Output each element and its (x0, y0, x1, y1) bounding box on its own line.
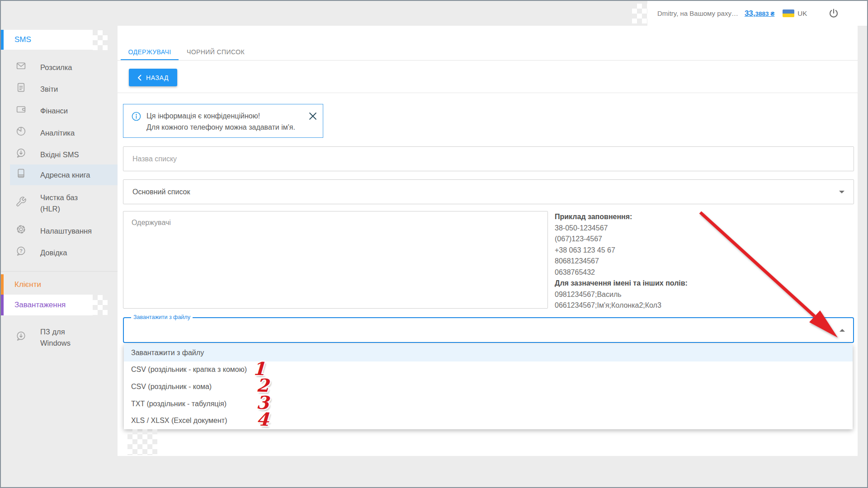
download-icon (15, 330, 27, 345)
tab-chornyi-spysok[interactable]: ЧОРНИЙ СПИСОК (184, 44, 247, 60)
annotation-1: 1 (252, 359, 265, 378)
main-content: ОДЕРЖУВАЧІ ЧОРНИЙ СПИСОК НАЗАД Ця інформ… (118, 26, 858, 456)
pie-chart-icon (15, 126, 27, 140)
sidebar-item-label: Аналітика (40, 127, 75, 139)
example-line: 0981234567;Василь (555, 289, 745, 300)
sidebar-item-label: Фінанси (40, 105, 68, 117)
upload-options-menu: Завантажити з файлу CSV (роздільник - кр… (124, 344, 853, 429)
tab-label: ОДЕРЖУВАЧІ (128, 48, 171, 56)
section-label: Завантаження (14, 300, 66, 310)
list-name-input[interactable] (132, 155, 844, 163)
back-button-label: НАЗАД (146, 74, 169, 81)
sidebar-item-label: Звіти (40, 84, 58, 95)
sidebar: SMS Розсилка Звіти Фінанси Аналітика Вхі… (1, 26, 118, 487)
pixel-decoration (127, 429, 157, 455)
user-balance-text: Dmitry, на Вашому раху… (657, 9, 738, 17)
sidebar-item-label: Довідка (40, 247, 67, 258)
sidebar-item-adresna-knyha[interactable]: Адресна книга (10, 164, 118, 185)
content-divider (118, 93, 858, 93)
menu-option-csv-semicolon[interactable]: CSV (роздільник - крапка з комою) 1 (124, 361, 853, 379)
wallet-icon (15, 103, 27, 118)
info-line-1: Ця інформація є конфіденційною! (146, 110, 295, 122)
menu-option-xls-xlsx[interactable]: XLS / XLSX (Excel документ) 4 (124, 412, 853, 429)
report-icon (15, 82, 27, 96)
incoming-sms-icon (15, 147, 27, 162)
logout-power-icon[interactable] (828, 8, 840, 19)
section-label: Клієнти (14, 280, 41, 289)
sidebar-item-chystka-baz[interactable]: Чистка баз (HLR) (1, 190, 118, 217)
sidebar-section-sms[interactable]: SMS (1, 30, 93, 50)
fill-example: Приклад заповнення: 38-050-1234567 (067)… (555, 211, 745, 311)
list-type-select[interactable]: Основний список (123, 179, 854, 204)
sidebar-divider (1, 271, 118, 272)
sidebar-item-label: Чистка баз (HLR) (40, 192, 95, 215)
tab-label: ЧОРНИЙ СПИСОК (187, 48, 245, 56)
example-line: 38-050-1234567 (555, 223, 745, 234)
info-icon (132, 112, 141, 137)
sidebar-item-rozsylka[interactable]: Розсилка (1, 57, 118, 77)
sidebar-item-vhidni-sms[interactable]: Вхідні SMS (1, 145, 118, 164)
chevron-down-icon (839, 191, 844, 193)
language-switcher[interactable]: UK (797, 9, 807, 17)
sidebar-item-analityka[interactable]: Аналітика (1, 123, 118, 143)
example-line: 0638765432 (555, 267, 745, 278)
sidebar-item-label: Вхідні SMS (40, 149, 79, 160)
sidebar-item-label: ПЗ для Windows (40, 326, 82, 349)
sidebar-item-label: Адресна книга (40, 169, 90, 181)
envelope-icon (15, 60, 27, 75)
pixel-decoration (93, 295, 108, 315)
list-type-value: Основний список (132, 188, 190, 196)
upload-select-label: Завантажити з файлу (131, 314, 193, 320)
svg-text:?: ? (19, 248, 23, 253)
chevron-left-icon (137, 75, 142, 81)
example-title: Приклад заповнення: (555, 211, 745, 223)
menu-option-default[interactable]: Завантажити з файлу (124, 344, 853, 361)
close-icon[interactable] (309, 113, 316, 120)
section-label: SMS (14, 35, 31, 44)
sidebar-item-finansy[interactable]: Фінанси (1, 101, 118, 121)
recipients-textarea[interactable] (123, 211, 548, 309)
app-window: { "header": { "user_text": "Dmitry, на В… (0, 0, 868, 488)
gear-icon (15, 224, 27, 238)
user-panel: Dmitry, на Вашому раху… 33,3883 ₴ UK (647, 1, 867, 26)
annotation-4: 4 (256, 410, 269, 429)
option-label: XLS / XLSX (Excel документ) (131, 417, 227, 425)
tabs-divider (118, 60, 858, 61)
sidebar-item-pz-windows[interactable]: ПЗ для Windows (1, 324, 118, 351)
ukraine-flag-icon[interactable] (783, 9, 794, 17)
sidebar-item-label: Розсилка (40, 62, 72, 73)
info-alert: Ця інформація є конфіденційною! Для кожн… (123, 104, 323, 138)
option-label: TXT (роздільник - табуляція) (131, 400, 226, 408)
sidebar-item-dovidka[interactable]: ? Довідка (1, 243, 118, 263)
menu-option-csv-comma[interactable]: CSV (роздільник - кома) 2 (124, 378, 853, 395)
menu-option-txt-tab[interactable]: TXT (роздільник - табуляція) 3 (124, 395, 853, 413)
sidebar-item-nalashtuvannia[interactable]: Налаштування (1, 221, 118, 241)
annotation-3: 3 (256, 393, 269, 412)
example-line: 80681234567 (555, 256, 745, 267)
sidebar-item-zvity[interactable]: Звіти (1, 79, 118, 99)
address-book-icon (15, 168, 27, 182)
example-line: (067)123-4567 (555, 234, 745, 245)
annotation-2: 2 (256, 376, 269, 395)
tab-oderzhuvachi[interactable]: ОДЕРЖУВАЧІ (121, 44, 179, 60)
sidebar-item-label: Налаштування (40, 225, 92, 237)
sidebar-section-downloads[interactable]: Завантаження (1, 295, 93, 315)
chevron-up-icon (840, 329, 845, 332)
balance-link[interactable]: 33,3883 ₴ (745, 9, 774, 18)
back-button[interactable]: НАЗАД (129, 69, 177, 86)
example-line: +38 063 123 45 67 (555, 245, 745, 256)
option-label: CSV (роздільник - крапка з комою) (131, 366, 247, 374)
example-line: 0661234567;Ім'я;Колонка2;Кол3 (555, 300, 745, 311)
info-line-2: Для кожного телефону можна задавати ім'я… (146, 122, 295, 133)
list-name-field-wrap (123, 146, 854, 171)
pixel-decoration (93, 30, 108, 50)
example-title: Для зазначення імені та інших полів: (555, 278, 745, 289)
wrench-icon (15, 196, 27, 211)
option-label: Завантажити з файлу (131, 349, 204, 357)
upload-from-file-select[interactable]: Завантажити з файлу (123, 317, 854, 343)
sidebar-section-clients[interactable]: Клієнти (1, 274, 118, 295)
option-label: CSV (роздільник - кома) (131, 383, 212, 391)
pixel-decoration (632, 4, 647, 23)
help-icon: ? (15, 245, 27, 260)
